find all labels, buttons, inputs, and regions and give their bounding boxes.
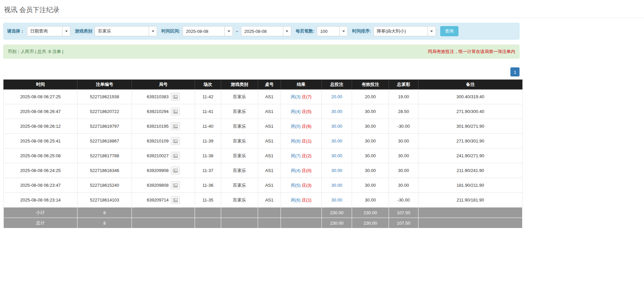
cell-total-bet: 30.00 xyxy=(322,134,352,149)
cell-game-type: 百家乐 xyxy=(221,149,258,163)
cell-session: 11-39 xyxy=(195,134,221,149)
result-banker: 庄(7) xyxy=(302,94,311,99)
subtotal-valid-bet: 230.00 xyxy=(352,208,389,218)
search-button[interactable]: 查询 xyxy=(440,26,458,36)
col-header-valid-bet: 有效投注 xyxy=(352,80,389,90)
chevron-down-icon[interactable] xyxy=(225,26,233,36)
page-size-label: 每页笔数: xyxy=(296,28,314,34)
cell-session: 11-37 xyxy=(195,163,221,178)
currency-summary-text: 币别：人民币 | 总共 :8 注单 | xyxy=(8,49,63,55)
result-player: 闲(8) xyxy=(291,138,301,144)
chevron-down-icon[interactable] xyxy=(149,26,157,36)
cell-valid-bet: 20.00 xyxy=(352,90,389,104)
result-banker: 庄(5) xyxy=(302,109,311,114)
cell-valid-bet: 30.00 xyxy=(352,193,389,208)
cell-session: 11-41 xyxy=(195,104,221,119)
page-number-button[interactable]: 1 xyxy=(510,67,519,76)
cell-total-bet: 30.00 xyxy=(322,149,352,163)
result-player: 闲(4) xyxy=(291,168,301,173)
chevron-down-icon[interactable] xyxy=(339,26,347,36)
round-replay-button[interactable] xyxy=(171,167,180,174)
cell-note: 181.90/211.90 xyxy=(418,178,523,193)
sort-value: 降幂(由大到小) xyxy=(374,26,428,36)
subtotal-count: 8 xyxy=(78,208,132,218)
total-bet-link[interactable]: 30.00 xyxy=(331,109,342,114)
game-type-select[interactable]: 百家乐 xyxy=(95,26,157,36)
cell-time: 2025-08-08 06:25:41 xyxy=(4,134,78,149)
total-bet-link[interactable]: 30.00 xyxy=(331,124,342,129)
video-replay-icon xyxy=(173,198,178,202)
cell-result: 闲(8) 庄(1) xyxy=(281,134,322,149)
date-range-tilde: ~ xyxy=(235,29,239,34)
col-header-total-bet: 总投注 xyxy=(322,80,352,90)
total-bet-link[interactable]: 30.00 xyxy=(331,168,342,173)
round-replay-button[interactable] xyxy=(171,152,180,160)
date-to-select[interactable]: 2025-08-08 xyxy=(241,26,291,36)
total-bet-link[interactable]: 30.00 xyxy=(331,138,342,144)
round-replay-button[interactable] xyxy=(171,181,180,189)
sort-select[interactable]: 降幂(由大到小) xyxy=(374,26,436,36)
records-body: 2025-08-08 06:27:25 522718621938 6392103… xyxy=(4,90,523,208)
round-no-text: 639209808 xyxy=(147,183,168,188)
cell-bet-no: 522718617788 xyxy=(78,149,132,163)
total-bet-link[interactable]: 30.00 xyxy=(331,183,342,188)
total-label: 总计 xyxy=(4,218,78,228)
video-replay-icon xyxy=(173,183,178,187)
cell-note: 300.40/319.40 xyxy=(418,90,523,104)
cell-time: 2025-08-08 06:25:08 xyxy=(4,149,78,163)
cell-total-bet: 30.00 xyxy=(322,193,352,208)
cell-table-no: AS1 xyxy=(258,119,281,134)
total-bet-link[interactable]: 20.00 xyxy=(331,94,342,99)
cell-session: 11-40 xyxy=(195,119,221,134)
round-replay-button[interactable] xyxy=(171,196,180,204)
cell-bet-no: 522718615240 xyxy=(78,178,132,193)
cell-valid-bet: 30.00 xyxy=(352,104,389,119)
result-banker: 庄(2) xyxy=(302,153,311,158)
cell-note: 241.90/271.90 xyxy=(418,149,523,163)
cell-payout: 30.00 xyxy=(389,163,418,178)
cell-payout: 19.00 xyxy=(389,90,418,104)
query-type-select[interactable]: 日期查询 xyxy=(27,26,70,36)
cell-result: 闲(7) 庄(2) xyxy=(281,149,322,163)
chevron-down-icon[interactable] xyxy=(62,26,70,36)
cell-game-type: 百家乐 xyxy=(221,90,258,104)
round-replay-button[interactable] xyxy=(171,108,180,115)
cell-round-no: 639210027 xyxy=(132,149,195,163)
cell-valid-bet: 30.00 xyxy=(352,178,389,193)
chevron-down-icon[interactable] xyxy=(428,26,436,36)
date-from-select[interactable]: 2025-08-08 xyxy=(183,26,233,36)
query-type-label: 请选择： xyxy=(7,28,24,34)
round-replay-button[interactable] xyxy=(171,122,180,130)
cell-table-no: AS1 xyxy=(258,193,281,208)
total-bet-link[interactable]: 30.00 xyxy=(331,153,342,158)
total-bet-link[interactable]: 30.00 xyxy=(331,197,342,203)
cell-valid-bet: 30.00 xyxy=(352,134,389,149)
summary-bar: 币别：人民币 | 总共 :8 注单 | 同局有效投注，统一计算在该局第一张注单内 xyxy=(3,45,519,59)
cell-round-no: 639210109 xyxy=(132,134,195,149)
result-banker: 庄(1) xyxy=(302,197,311,203)
result-player: 闲(0) xyxy=(291,124,301,129)
total-payout: 107.50 xyxy=(389,218,418,228)
cell-round-no: 639209714 xyxy=(132,193,195,208)
col-header-payout: 总派彩 xyxy=(389,80,418,90)
cell-game-type: 百家乐 xyxy=(221,163,258,178)
cell-note: 301.90/271.90 xyxy=(418,119,523,134)
round-no-text: 639210195 xyxy=(147,124,168,129)
cell-session: 11-38 xyxy=(195,149,221,163)
cell-payout: 28.50 xyxy=(389,104,418,119)
cell-total-bet: 30.00 xyxy=(322,163,352,178)
subtotal-row: 小计 8 230.00 230.00 107.50 xyxy=(4,208,523,218)
round-no-text: 639209714 xyxy=(147,197,168,203)
cell-valid-bet: 30.00 xyxy=(352,163,389,178)
round-replay-button[interactable] xyxy=(171,137,180,145)
page-size-select[interactable]: 100 xyxy=(317,26,348,36)
cell-total-bet: 30.00 xyxy=(322,104,352,119)
col-header-round-no: 局号 xyxy=(132,80,195,90)
col-header-result: 结果 xyxy=(281,80,322,90)
round-replay-button[interactable] xyxy=(171,93,180,101)
chevron-down-icon[interactable] xyxy=(283,26,291,36)
cell-bet-no: 522718614103 xyxy=(78,193,132,208)
col-header-note: 备注 xyxy=(418,80,523,90)
cell-result: 闲(4) 庄(0) xyxy=(281,163,322,178)
game-type-value: 百家乐 xyxy=(95,26,149,36)
